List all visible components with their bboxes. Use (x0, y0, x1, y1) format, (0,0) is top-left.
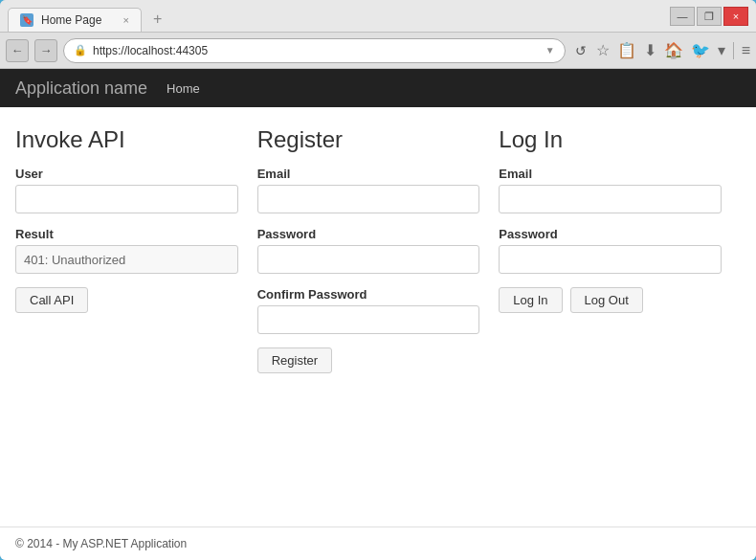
download-icon[interactable]: ⬇ (644, 41, 656, 59)
login-email-input[interactable] (499, 185, 722, 213)
register-section: Register Email Password Confirm Password… (257, 126, 500, 511)
result-form-group: Result 401: Unauthorized (15, 227, 238, 274)
register-email-group: Email (257, 167, 480, 213)
login-password-input[interactable] (499, 245, 722, 274)
minimize-button[interactable]: — (670, 7, 695, 26)
toolbar-icons: ☆ 📋 ⬇ 🏠 🐦 ▾ ≡ (596, 41, 750, 59)
logout-button[interactable]: Log Out (570, 287, 643, 313)
menu-icon[interactable]: ≡ (742, 42, 750, 59)
nav-home-link[interactable]: Home (167, 81, 200, 96)
call-api-button[interactable]: Call API (15, 287, 88, 313)
register-email-label: Email (257, 167, 480, 181)
register-password-input[interactable] (257, 245, 480, 274)
tab-favicon: 🔖 (20, 13, 33, 27)
address-bar: ← → 🔒 https://localhost:44305 ▼ ↺ ☆ 📋 ⬇ … (0, 33, 756, 69)
result-label: Result (15, 227, 238, 241)
clipboard-icon[interactable]: 📋 (617, 41, 636, 59)
close-button[interactable]: × (723, 7, 748, 26)
forward-button[interactable]: → (34, 39, 57, 62)
login-password-label: Password (499, 227, 722, 241)
user-label: User (15, 167, 238, 181)
page-content: Invoke API User Result 401: Unauthorized… (0, 107, 756, 526)
restore-button[interactable]: ❐ (697, 7, 722, 26)
extension-icon[interactable]: 🐦 (691, 41, 710, 59)
home-icon[interactable]: 🏠 (664, 41, 683, 59)
app-name: Application name (15, 78, 147, 99)
login-email-group: Email (499, 167, 722, 213)
tab-title: Home Page (41, 13, 101, 27)
bookmark-icon[interactable]: ☆ (596, 41, 610, 59)
tab-close-icon[interactable]: × (123, 14, 129, 26)
refresh-button[interactable]: ↺ (571, 43, 590, 58)
register-confirm-password-group: Confirm Password (257, 287, 480, 334)
register-confirm-password-input[interactable] (257, 305, 480, 334)
invoke-api-section: Invoke API User Result 401: Unauthorized… (15, 126, 257, 511)
invoke-api-title: Invoke API (15, 126, 238, 153)
login-password-group: Password (499, 227, 722, 274)
extension-dropdown-icon[interactable]: ▾ (718, 41, 725, 59)
navbar: Application name Home (0, 69, 756, 107)
user-form-group: User (15, 167, 238, 213)
login-button-group: Log In Log Out (499, 287, 722, 313)
browser-tab[interactable]: 🔖 Home Page × (8, 8, 142, 32)
url-dropdown-icon[interactable]: ▼ (545, 45, 555, 56)
register-password-label: Password (257, 227, 480, 241)
url-text: https://localhost:44305 (93, 44, 540, 57)
back-button[interactable]: ← (6, 39, 29, 62)
footer: © 2014 - My ASP.NET Application (0, 526, 756, 560)
register-title: Register (257, 126, 480, 153)
new-tab-button[interactable]: + (145, 7, 169, 32)
result-value: 401: Unauthorized (15, 245, 238, 274)
register-password-group: Password (257, 227, 480, 274)
login-title: Log In (499, 126, 722, 153)
url-input-box[interactable]: 🔒 https://localhost:44305 ▼ (63, 38, 566, 63)
login-email-label: Email (499, 167, 722, 181)
register-email-input[interactable] (257, 185, 480, 213)
register-button[interactable]: Register (257, 347, 332, 373)
footer-text: © 2014 - My ASP.NET Application (15, 537, 187, 550)
login-section: Log In Email Password Log In Log Out (499, 126, 741, 511)
login-button[interactable]: Log In (499, 287, 562, 313)
lock-icon: 🔒 (74, 44, 87, 56)
user-input[interactable] (15, 185, 238, 213)
register-confirm-password-label: Confirm Password (257, 287, 480, 302)
